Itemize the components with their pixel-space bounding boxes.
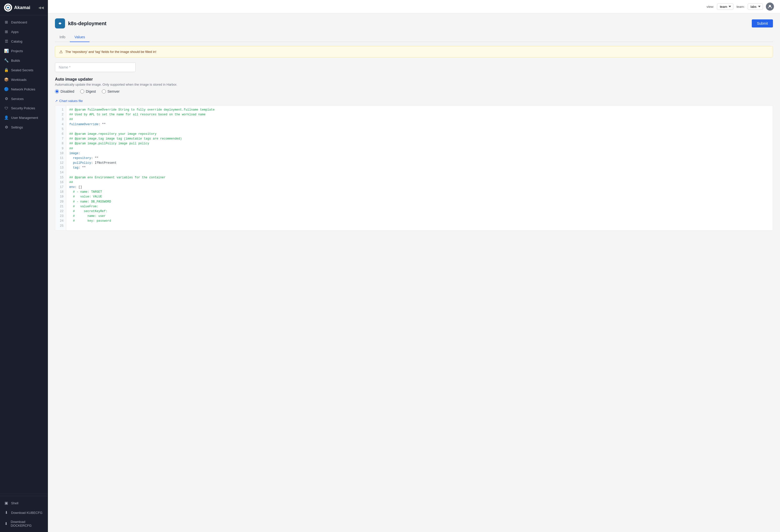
sidebar-item-download-kubecfg[interactable]: ⬇ Download KUBECFG [0,508,48,517]
chart-link-label: Chart values file [59,99,83,103]
sidebar-item-label: User Management [11,116,38,120]
auto-image-updater-title: Auto image updater [55,77,773,82]
sidebar-item-label: Settings [11,125,23,129]
sidebar-item-builds[interactable]: 🔧 Builds [0,56,48,65]
sidebar-item-label: Download DOCKERCFG [11,520,44,527]
sidebar-logo-area: Akamai ◀◀ [0,0,48,15]
page-title: k8s-deployment [68,21,106,26]
security-policies-icon: 🛡 [4,106,9,110]
catalog-icon: ☰ [4,39,9,44]
external-link-icon: ↗ [55,99,58,103]
radio-disabled[interactable]: Disabled [55,90,74,94]
svg-point-3 [59,23,61,24]
sidebar-nav: ⊞ Dashboard ⊞ Apps ☰ Catalog 📊 Projects … [0,15,48,492]
sidebar-item-settings[interactable]: ⚙ Settings [0,122,48,132]
submit-button[interactable]: Submit [752,19,773,28]
sidebar-item-projects[interactable]: 📊 Projects [0,46,48,56]
download-kubecfg-icon: ⬇ [4,510,9,515]
sidebar-item-label: Shell [11,501,18,505]
sidebar-item-apps[interactable]: ⊞ Apps [0,27,48,37]
radio-semver-label: Semver [107,90,119,94]
sidebar-item-label: Download KUBECFG [11,511,42,515]
team-label: team: [736,5,745,9]
radio-group: Disabled Digest Semver [55,90,773,94]
view-select[interactable]: team [717,4,733,10]
view-label: view: [706,5,714,9]
radio-semver[interactable]: Semver [102,90,119,94]
sidebar-item-label: Security Policies [11,106,35,110]
tab-values[interactable]: Values [70,33,90,42]
sidebar-item-catalog[interactable]: ☰ Catalog [0,37,48,46]
sidebar-item-label: Projects [11,49,23,53]
page-title-group: k8s-deployment [55,18,106,29]
sidebar-item-label: Sealed Secrets [11,68,33,72]
sidebar-item-label: Network Policies [11,88,35,91]
sidebar-bottom: ▣ Shell ⬇ Download KUBECFG ⬇ Download DO… [0,496,48,532]
collapse-button[interactable]: ◀◀ [38,6,44,10]
sidebar-item-services[interactable]: ⚙ Services [0,94,48,104]
logo-icon [4,4,12,12]
code-content[interactable]: ## @param fullnameOverride String to ful… [66,106,773,230]
workloads-icon: 📦 [4,77,9,82]
main-area: view: team team: labs [48,0,780,532]
app-icon [55,18,65,29]
sidebar: Akamai ◀◀ ⊞ Dashboard ⊞ Apps ☰ Catalog 📊… [0,0,48,532]
sidebar-item-download-dockercfg[interactable]: ⬇ Download DOCKERCFG [0,517,48,530]
sidebar-item-label: Catalog [11,40,22,43]
team-select[interactable]: labs [748,4,763,10]
auto-image-updater-desc: Automatically update the image. Only sup… [55,83,773,87]
settings-icon: ⚙ [4,125,9,129]
tab-info[interactable]: Info [55,33,70,42]
radio-disabled-input[interactable] [55,90,59,94]
sidebar-item-shell[interactable]: ▣ Shell [0,498,48,508]
tabs: Info Values [55,33,773,42]
sidebar-item-dashboard[interactable]: ⊞ Dashboard [0,17,48,27]
builds-icon: 🔧 [4,58,9,63]
chart-values-link[interactable]: ↗ Chart values file [55,99,83,103]
sidebar-item-workloads[interactable]: 📦 Workloads [0,75,48,85]
sidebar-item-security-policies[interactable]: 🛡 Security Policies [0,104,48,113]
sidebar-item-label: Builds [11,59,20,62]
line-numbers: 1234567891011121314151617181920212223242… [55,106,66,230]
sealed-secrets-icon: 🔒 [4,68,9,72]
name-form-group [55,62,773,72]
radio-digest-input[interactable] [80,90,84,94]
name-input[interactable] [55,62,136,72]
sidebar-item-sealed-secrets[interactable]: 🔒 Sealed Secrets [0,65,48,75]
sidebar-item-label: Services [11,97,24,101]
apps-icon: ⊞ [4,30,9,34]
services-icon: ⚙ [4,97,9,101]
shell-icon: ▣ [4,501,9,505]
auto-image-updater-section: Auto image updater Automatically update … [55,77,773,94]
sidebar-item-user-management[interactable]: 👤 User Management [0,113,48,122]
sidebar-item-label: Dashboard [11,20,27,24]
sidebar-item-network-policies[interactable]: 🔵 Network Policies [0,85,48,94]
page-header: k8s-deployment Submit [55,18,773,29]
radio-digest-label: Digest [86,90,96,94]
download-dockercfg-icon: ⬇ [4,521,8,526]
sidebar-divider [0,494,48,494]
sidebar-item-label: Workloads [11,78,27,82]
projects-icon: 📊 [4,49,9,53]
warning-banner: ⚠ The 'repository' and 'tag' fields for … [55,46,773,57]
dashboard-icon: ⊞ [4,20,9,24]
warning-icon: ⚠ [59,49,63,54]
logo-label: Akamai [14,5,30,10]
content: k8s-deployment Submit Info Values ⚠ The … [48,13,780,532]
user-management-icon: 👤 [4,115,9,120]
code-editor[interactable]: 1234567891011121314151617181920212223242… [55,105,773,231]
radio-disabled-label: Disabled [60,90,74,94]
warning-message: The 'repository' and 'tag' fields for th… [65,50,156,54]
topbar: view: team team: labs [48,0,780,13]
network-policies-icon: 🔵 [4,87,9,92]
sidebar-item-label: Apps [11,30,19,34]
radio-digest[interactable]: Digest [80,90,96,94]
radio-semver-input[interactable] [102,90,106,94]
avatar[interactable] [766,3,774,11]
logo: Akamai [4,4,30,12]
